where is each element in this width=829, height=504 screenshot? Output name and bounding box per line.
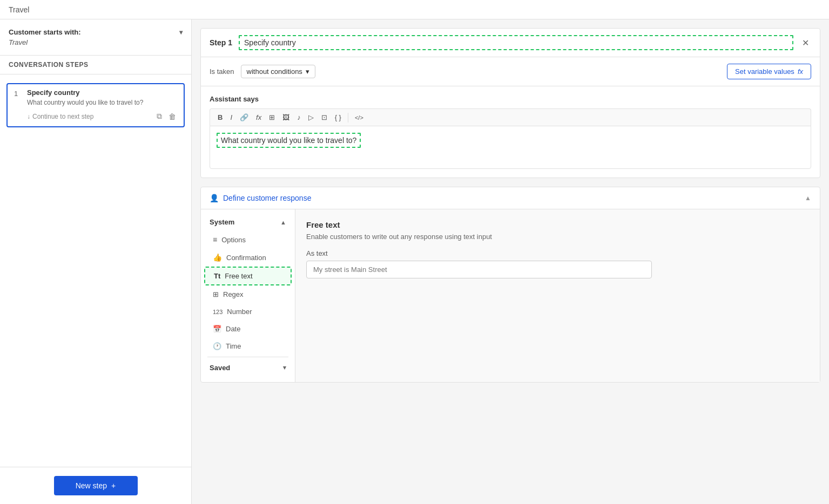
date-label: Date: [226, 325, 240, 333]
as-text-label: As text: [306, 249, 809, 257]
number-label: Number: [227, 308, 252, 316]
free-text-label: Free text: [225, 272, 252, 280]
define-response-label: Define customer response: [223, 194, 311, 202]
editor-text: What country would you like to travel to…: [217, 133, 361, 148]
response-menu: System ▲ ≡ Options 👍 Confirmation Tt Fre…: [201, 209, 295, 382]
continue-label: ↓ Continue to next step: [27, 113, 93, 120]
code-button[interactable]: { }: [332, 111, 345, 124]
menu-item-options[interactable]: ≡ Options: [204, 231, 292, 248]
new-step-label: New step: [76, 481, 107, 490]
chevron-up-icon: ▲: [805, 194, 811, 202]
chevron-down-icon[interactable]: ▾: [179, 29, 183, 36]
duplicate-step-button[interactable]: ⧉: [156, 111, 163, 122]
fx-toolbar-button[interactable]: fx: [253, 111, 265, 124]
define-response-section: 👤 Define customer response ▲ System ▲ ≡ …: [200, 187, 820, 383]
number-icon: 123: [213, 309, 223, 315]
chevron-up-icon: ▲: [280, 219, 286, 226]
step-footer: ↓ Continue to next step ⧉ 🗑: [27, 111, 177, 122]
menu-item-number[interactable]: 123 Number: [204, 303, 292, 320]
regex-icon: ⊞: [213, 290, 219, 298]
bold-button[interactable]: B: [214, 111, 226, 124]
audio-button[interactable]: ♪: [294, 111, 304, 124]
options-icon: ≡: [213, 235, 217, 244]
as-text-input[interactable]: [306, 261, 652, 278]
plus-icon: +: [111, 481, 116, 490]
file-button[interactable]: ⊡: [318, 111, 331, 124]
variable-button[interactable]: ⊞: [266, 111, 278, 124]
confirmation-icon: 👍: [213, 253, 222, 262]
menu-item-confirmation[interactable]: 👍 Confirmation: [204, 249, 292, 266]
step-message: What country would you like to travel to…: [27, 99, 177, 106]
menu-item-time[interactable]: 🕐 Time: [204, 338, 292, 355]
regex-label: Regex: [223, 290, 244, 298]
sidebar: Customer starts with: ▾ Travel Conversat…: [0, 19, 192, 504]
conditions-select[interactable]: without conditions ▾: [241, 65, 315, 78]
set-variable-label: Set variable values: [735, 67, 794, 76]
define-response-body: System ▲ ≡ Options 👍 Confirmation Tt Fre…: [201, 209, 820, 382]
define-response-header[interactable]: 👤 Define customer response ▲: [201, 187, 820, 209]
free-text-icon: Tt: [214, 272, 220, 280]
menu-item-free-text[interactable]: Tt Free text: [204, 267, 292, 285]
video-button[interactable]: ▷: [305, 111, 317, 124]
main-content: Step 1 ✕ Is taken without conditions ▾ S…: [192, 19, 829, 504]
system-label: System: [210, 218, 234, 226]
fx-icon: fx: [798, 67, 803, 76]
image-button[interactable]: 🖼: [279, 111, 293, 124]
delete-step-button[interactable]: 🗑: [167, 111, 177, 122]
toolbar-divider: [348, 113, 348, 122]
assistant-says-section: Assistant says B I 🔗 fx ⊞ 🖼 ♪ ▷ ⊡ { } </…: [201, 86, 820, 178]
menu-item-regex[interactable]: ⊞ Regex: [204, 286, 292, 303]
date-icon: 📅: [213, 325, 221, 333]
editor-toolbar: B I 🔗 fx ⊞ 🖼 ♪ ▷ ⊡ { } </>: [210, 108, 811, 126]
step-label: Step 1: [210, 38, 232, 47]
free-text-title: Free text: [306, 220, 809, 229]
app-title-bar: Travel: [0, 0, 829, 19]
customer-starts-value: Travel: [9, 38, 183, 46]
free-text-description: Enable customers to write out any respon…: [306, 233, 809, 241]
app-title: Travel: [9, 5, 29, 14]
is-taken-label: Is taken: [210, 67, 234, 76]
menu-item-date[interactable]: 📅 Date: [204, 321, 292, 337]
saved-section-header[interactable]: Saved ▾: [201, 359, 295, 376]
set-variable-button[interactable]: Set variable values fx: [727, 64, 811, 79]
chevron-down-icon: ▾: [283, 364, 286, 371]
chevron-down-icon: ▾: [306, 67, 309, 76]
conversation-steps-label: Conversation steps: [0, 56, 191, 74]
steps-list: 1 Specify country What country would you…: [0, 74, 191, 467]
editor-area[interactable]: What country would you like to travel to…: [210, 126, 811, 169]
define-response-title: 👤 Define customer response: [210, 194, 311, 202]
time-icon: 🕐: [213, 342, 221, 350]
saved-label: Saved: [210, 364, 230, 372]
options-label: Options: [221, 236, 246, 244]
person-icon: 👤: [210, 194, 219, 202]
arrow-down-icon: ↓: [27, 113, 30, 120]
step-title: Specify country: [27, 88, 177, 97]
conditions-value: without conditions: [247, 67, 302, 76]
customer-starts-label: Customer starts with: ▾: [9, 28, 183, 36]
menu-divider: [207, 357, 288, 357]
assistant-says-title: Assistant says: [210, 95, 811, 103]
confirmation-label: Confirmation: [226, 254, 266, 262]
step-item[interactable]: 1 Specify country What country would you…: [6, 83, 185, 127]
link-button[interactable]: 🔗: [237, 111, 252, 124]
step-panel: Step 1 ✕ Is taken without conditions ▾ S…: [200, 28, 820, 178]
new-step-button[interactable]: New step +: [54, 476, 138, 495]
html-button[interactable]: </>: [352, 112, 367, 123]
step-number: 1: [14, 90, 21, 98]
step-panel-header: Step 1 ✕: [201, 29, 820, 57]
step-content: Specify country What country would you l…: [27, 88, 177, 122]
customer-starts-section: Customer starts with: ▾ Travel: [0, 19, 191, 56]
close-button[interactable]: ✕: [800, 36, 811, 50]
time-label: Time: [226, 342, 241, 350]
system-section-header[interactable]: System ▲: [201, 214, 295, 230]
is-taken-row: Is taken without conditions ▾ Set variab…: [201, 57, 820, 86]
sidebar-footer: New step +: [0, 467, 191, 504]
step-actions: ⧉ 🗑: [156, 111, 177, 122]
free-text-panel: Free text Enable customers to write out …: [295, 209, 820, 382]
italic-button[interactable]: I: [227, 111, 235, 124]
step-name-input[interactable]: [239, 35, 793, 50]
